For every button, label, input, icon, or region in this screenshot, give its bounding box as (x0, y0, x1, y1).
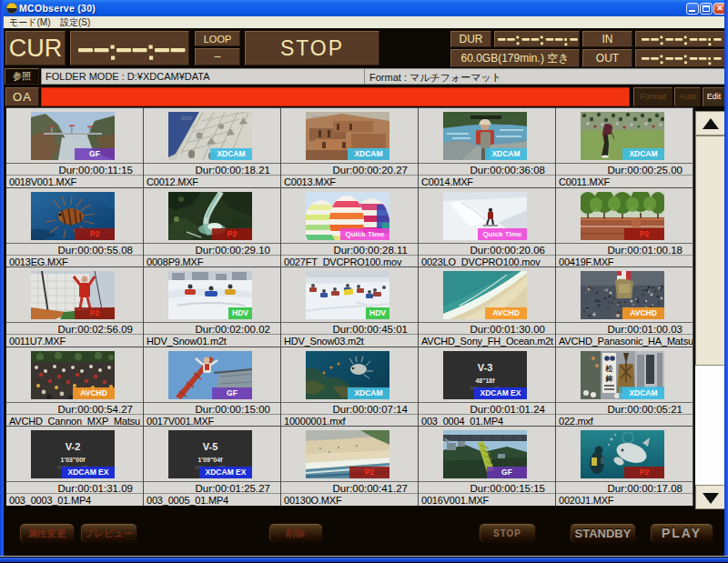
svg-text:1'09"04f: 1'09"04f (198, 457, 223, 463)
svg-text:V-3: V-3 (478, 362, 493, 373)
svg-text:SONY: SONY (311, 115, 322, 119)
svg-text:V-5: V-5 (203, 441, 218, 452)
svg-text:V-2: V-2 (66, 441, 81, 452)
svg-text:SONY: SONY (181, 116, 193, 121)
svg-text:鉾: 鉾 (605, 375, 613, 383)
svg-text:48"18f: 48"18f (475, 377, 495, 384)
svg-text:松: 松 (605, 365, 614, 373)
svg-text:1'03"00f: 1'03"00f (61, 457, 86, 463)
